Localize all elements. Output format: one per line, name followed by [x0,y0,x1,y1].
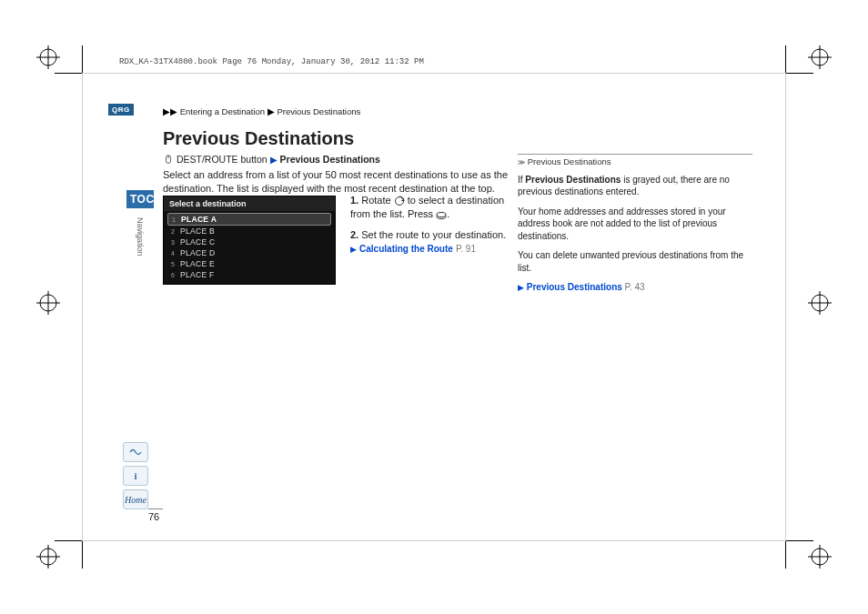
row-label: PLACE D [180,248,215,257]
row-number: 1 [172,216,181,223]
subhead-post: Previous Destinations [280,154,380,165]
play-icon: ▶ [270,155,278,165]
list-item: 6PLACE F [167,269,331,280]
link-icon: ▶ [518,283,524,292]
link-icon: ▶ [350,245,357,254]
voice-icon[interactable] [123,442,148,462]
qrg-badge[interactable]: QRG [108,104,134,116]
row-label: PLACE E [180,259,215,268]
list-item: 5PLACE E [167,258,331,269]
mouse-icon [163,155,174,166]
side-title-text: Previous Destinations [528,156,611,166]
note-icon: ≫ [518,158,525,166]
subheading: DEST/ROUTE button ▶ Previous Destination… [163,154,380,166]
row-number: 6 [171,272,180,278]
footer-icon-rail: i Home [123,442,146,513]
dial-icon [394,196,405,206]
side-paragraph: You can delete unwanted previous destina… [518,249,752,274]
home-icon[interactable]: Home [123,489,148,509]
triangle-icon: ▶ [163,106,170,116]
registration-mark [36,545,60,569]
left-rail: TOC Navigation [126,190,154,258]
row-label: PLACE A [181,215,217,224]
previous-destinations-link[interactable]: Previous Destinations [527,282,622,292]
subhead-pre: DEST/ROUTE button [177,154,267,165]
calculating-route-link[interactable]: Calculating the Route [359,244,453,254]
file-header: RDX_KA-31TX4800.book Page 76 Monday, Jan… [119,57,424,66]
side-paragraph: If Previous Destinations is grayed out, … [518,174,752,198]
info-icon[interactable]: i [123,466,148,486]
step-number: 1. [350,195,358,206]
svg-point-20 [395,197,403,206]
list-item: 2PLACE B [167,226,331,237]
registration-mark [808,545,832,569]
list-item: 3PLACE C [167,237,331,247]
row-number: 4 [171,250,180,257]
triangle-icon: ▶ [267,106,275,116]
side-link-row: ▶ Previous Destinations P. 43 [518,281,752,294]
breadcrumb-item[interactable]: Previous Destinations [277,106,360,116]
page-reference: P. 43 [625,282,645,292]
intro-text: Select an address from a list of your 50… [163,168,509,196]
steps-column: 1. Rotate to select a destination from t… [350,194,514,262]
list-item: 4PLACE D [167,247,331,258]
row-label: PLACE B [180,226,215,236]
press-icon [436,209,447,220]
destination-list: 1PLACE A 2PLACE B 3PLACE C 4PLACE D 5PLA… [164,211,335,284]
step-text: . [447,208,449,219]
svg-point-22 [437,212,446,216]
step-text: Rotate [361,195,390,206]
row-number: 5 [171,261,180,267]
step-text: Set the route to your destination. [361,229,506,240]
breadcrumb-item[interactable]: Entering a Destination [180,106,265,116]
device-screenshot: Select a destination 1PLACE A 2PLACE B 3… [163,196,336,285]
row-label: PLACE C [180,237,215,247]
page-frame: RDX_KA-31TX4800.book Page 76 Monday, Jan… [82,73,786,541]
triangle-icon: ▶ [170,106,177,116]
side-column-title: ≫ Previous Destinations [518,154,752,168]
registration-mark [808,291,832,315]
breadcrumb: ▶▶ Entering a Destination ▶ Previous Des… [163,106,360,116]
side-paragraph: Your home addresses and addresses stored… [518,206,752,243]
toc-button[interactable]: TOC [126,190,154,208]
page-number: 76 [148,508,163,522]
section-label: Navigation [136,217,145,257]
page-title: Previous Destinations [163,128,354,149]
step-number: 2. [350,229,358,240]
row-number: 3 [171,239,180,246]
step-1: 1. Rotate to select a destination from t… [350,194,514,221]
list-item: 1PLACE A [167,213,331,226]
screenshot-title: Select a destination [164,196,335,211]
row-number: 2 [171,228,180,235]
registration-mark [36,291,60,315]
side-column: ≫ Previous Destinations If Previous Dest… [518,154,752,301]
registration-mark [808,45,832,69]
registration-mark [36,45,60,69]
step-2: 2. Set the route to your destination. ▶ … [350,228,514,256]
page-reference: P. 91 [456,244,476,254]
row-label: PLACE F [180,270,215,279]
